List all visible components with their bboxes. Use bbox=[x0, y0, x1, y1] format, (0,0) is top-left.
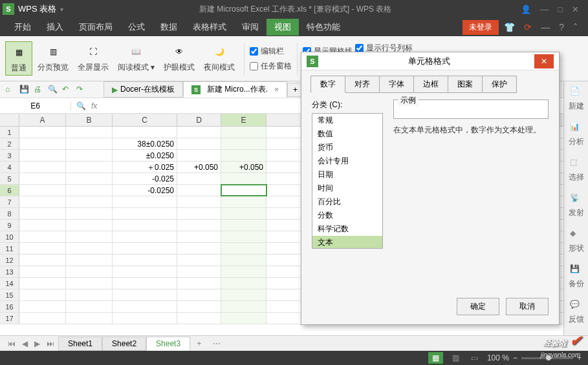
cell-D12[interactable] bbox=[177, 255, 221, 266]
cell-E13[interactable] bbox=[221, 266, 267, 277]
category-时间[interactable]: 时间 bbox=[312, 182, 382, 195]
menu-视图[interactable]: 视图 bbox=[267, 19, 299, 36]
category-货币[interactable]: 货币 bbox=[312, 141, 382, 154]
cell-A6[interactable] bbox=[19, 185, 66, 196]
cell-A8[interactable] bbox=[19, 208, 66, 219]
cell-D15[interactable] bbox=[177, 289, 221, 300]
cell-E6[interactable] bbox=[221, 185, 267, 196]
row-header-7[interactable]: 7 bbox=[0, 196, 19, 207]
save-icon[interactable]: 💾 bbox=[19, 85, 30, 95]
side-形状[interactable]: ◆形状 bbox=[569, 229, 584, 254]
view-阅读模式[interactable]: 📖阅读模式 ▾ bbox=[114, 41, 158, 76]
cell-C1[interactable] bbox=[113, 127, 177, 138]
ok-button[interactable]: 确定 bbox=[457, 298, 499, 315]
cell-C13[interactable] bbox=[113, 266, 177, 277]
row-header-9[interactable]: 9 bbox=[0, 220, 19, 231]
cell-B2[interactable] bbox=[66, 138, 113, 149]
cell-C8[interactable] bbox=[113, 208, 177, 219]
row-header-13[interactable]: 13 bbox=[0, 266, 19, 277]
user-icon[interactable]: 👤 bbox=[521, 5, 531, 14]
sheet-tab-Sheet1[interactable]: Sheet1 bbox=[58, 337, 102, 351]
menu-公式[interactable]: 公式 bbox=[120, 19, 153, 36]
cell-D6[interactable] bbox=[177, 185, 221, 196]
menu-特色功能[interactable]: 特色功能 bbox=[299, 19, 348, 36]
dlg-tab-保护[interactable]: 保护 bbox=[482, 76, 517, 93]
menu-数据[interactable]: 数据 bbox=[153, 19, 185, 36]
cell-A3[interactable] bbox=[19, 150, 66, 161]
title-dropdown-icon[interactable]: ▾ bbox=[60, 6, 63, 13]
dlg-tab-数字[interactable]: 数字 bbox=[310, 76, 345, 93]
sheet-first-icon[interactable]: ⏮ bbox=[5, 339, 18, 348]
cell-B1[interactable] bbox=[66, 127, 113, 138]
cell-B7[interactable] bbox=[66, 196, 113, 207]
cell-C14[interactable] bbox=[113, 278, 177, 289]
check-editbar[interactable]: 编辑栏 bbox=[250, 46, 292, 57]
sheet-next-icon[interactable]: ▶ bbox=[32, 339, 43, 348]
category-分数[interactable]: 分数 bbox=[312, 209, 382, 222]
cell-A5[interactable] bbox=[19, 173, 66, 184]
cell-D10[interactable] bbox=[177, 231, 221, 242]
col-header-E[interactable]: E bbox=[221, 114, 267, 126]
cell-D17[interactable] bbox=[177, 313, 221, 324]
sheet-add-button[interactable]: + bbox=[191, 337, 206, 350]
cell-B17[interactable] bbox=[66, 313, 113, 324]
cell-A7[interactable] bbox=[19, 196, 66, 207]
sheet-tab-Sheet2[interactable]: Sheet2 bbox=[102, 337, 146, 351]
category-日期[interactable]: 日期 bbox=[312, 168, 382, 182]
cell-D1[interactable] bbox=[177, 127, 221, 138]
print-icon[interactable]: 🖨 bbox=[34, 85, 44, 95]
sheet-last-icon[interactable]: ⏭ bbox=[44, 339, 57, 348]
cell-A10[interactable] bbox=[19, 231, 66, 242]
cell-E10[interactable] bbox=[221, 231, 267, 242]
cell-D13[interactable] bbox=[177, 266, 221, 277]
cell-E4[interactable]: +0.050 bbox=[221, 162, 267, 172]
cell-A1[interactable] bbox=[19, 127, 66, 138]
cell-B15[interactable] bbox=[66, 289, 113, 300]
cell-B10[interactable] bbox=[66, 231, 113, 242]
undo-icon[interactable]: ↶ bbox=[62, 85, 72, 95]
cell-D4[interactable]: +0.050 bbox=[177, 162, 221, 172]
cell-E15[interactable] bbox=[221, 289, 267, 300]
cell-E11[interactable] bbox=[221, 243, 267, 254]
cell-A4[interactable] bbox=[19, 162, 66, 172]
row-header-5[interactable]: 5 bbox=[0, 173, 19, 184]
fx-icon[interactable]: fx bbox=[91, 101, 97, 110]
cell-B6[interactable] bbox=[66, 185, 113, 196]
row-header-8[interactable]: 8 bbox=[0, 208, 19, 219]
view-普通[interactable]: ▦普通 bbox=[5, 41, 32, 76]
category-常规[interactable]: 常规 bbox=[312, 114, 382, 127]
skin-icon[interactable]: 👕 bbox=[500, 22, 519, 32]
cell-D2[interactable] bbox=[177, 138, 221, 149]
sheet-prev-icon[interactable]: ◀ bbox=[19, 339, 30, 348]
redo-icon[interactable]: ↷ bbox=[76, 85, 87, 95]
side-备份[interactable]: 💾备份 bbox=[569, 264, 584, 289]
cell-D8[interactable] bbox=[177, 208, 221, 219]
cell-C17[interactable] bbox=[113, 313, 177, 324]
dlg-tab-边框[interactable]: 边框 bbox=[413, 76, 448, 93]
col-header-D[interactable]: D bbox=[177, 114, 221, 126]
cell-D9[interactable] bbox=[177, 220, 221, 231]
cell-E5[interactable] bbox=[221, 173, 267, 184]
dlg-tab-图案[interactable]: 图案 bbox=[448, 76, 483, 93]
cell-B12[interactable] bbox=[66, 255, 113, 266]
view-read-icon[interactable]: ▭ bbox=[468, 353, 481, 362]
cell-C7[interactable] bbox=[113, 196, 177, 207]
cell-E12[interactable] bbox=[221, 255, 267, 266]
cell-D3[interactable] bbox=[177, 150, 221, 161]
menu-审阅[interactable]: 审阅 bbox=[234, 19, 267, 36]
cell-A17[interactable] bbox=[19, 313, 66, 324]
minimize-icon[interactable]: — bbox=[540, 5, 549, 14]
row-header-14[interactable]: 14 bbox=[0, 278, 19, 289]
cell-C9[interactable] bbox=[113, 220, 177, 231]
close-icon[interactable]: ✕ bbox=[572, 5, 579, 14]
tab-close-icon[interactable]: × bbox=[274, 85, 279, 94]
cell-B3[interactable] bbox=[66, 150, 113, 161]
category-科学记数[interactable]: 科学记数 bbox=[312, 222, 382, 236]
login-button[interactable]: 未登录 bbox=[463, 20, 499, 35]
cell-C4[interactable]: ＋0.025 bbox=[113, 162, 177, 172]
cell-C5[interactable]: -0.025 bbox=[113, 173, 177, 184]
min2-icon[interactable]: — bbox=[537, 22, 554, 32]
view-夜间模式[interactable]: 🌙夜间模式 bbox=[200, 41, 239, 76]
cell-E8[interactable] bbox=[221, 208, 267, 219]
category-数值[interactable]: 数值 bbox=[312, 127, 382, 141]
